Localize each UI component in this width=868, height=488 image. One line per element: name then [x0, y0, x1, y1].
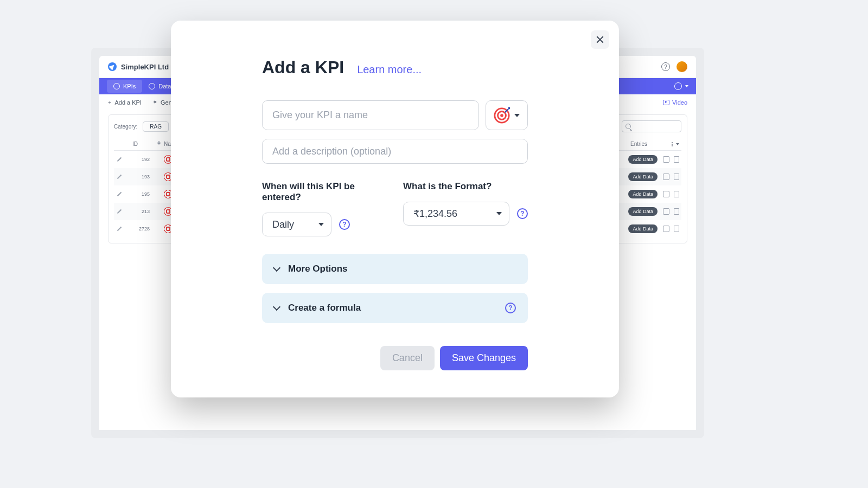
edit-icon[interactable]	[116, 191, 123, 197]
close-icon	[596, 35, 604, 44]
category-filter-value[interactable]: RAG	[143, 121, 169, 132]
nav-label-kpis: KPIs	[123, 83, 136, 89]
frequency-select[interactable]: Daily	[262, 213, 331, 236]
row-checkbox[interactable]	[663, 208, 669, 215]
formula-help-icon[interactable]: ?	[505, 303, 516, 313]
add-data-button[interactable]: Add Data	[628, 224, 658, 233]
delete-icon[interactable]	[674, 191, 679, 197]
frequency-help-icon[interactable]: ?	[339, 219, 350, 230]
more-options-icon[interactable]	[672, 142, 673, 146]
add-data-button[interactable]: Add Data	[628, 155, 658, 164]
chevron-down-icon	[514, 114, 520, 117]
row-id: 2728	[132, 226, 154, 232]
add-data-button[interactable]: Add Data	[628, 190, 658, 198]
plus-icon: +	[108, 99, 111, 106]
row-id: 213	[132, 209, 154, 214]
avatar[interactable]	[676, 61, 687, 72]
add-kpi-modal: Add a KPI Learn more... When will this K…	[171, 21, 619, 397]
save-button[interactable]: Save Changes	[440, 346, 528, 370]
description-input[interactable]	[262, 139, 528, 164]
add-kpi-button[interactable]: + Add a KPI	[108, 99, 142, 106]
close-button[interactable]	[591, 30, 609, 49]
delete-icon[interactable]	[674, 226, 679, 232]
edit-icon[interactable]	[116, 226, 123, 232]
chevron-down-icon[interactable]	[676, 143, 679, 145]
chevron-down-icon	[273, 303, 280, 311]
video-icon	[663, 100, 669, 105]
kpis-icon	[113, 83, 120, 89]
format-help-icon[interactable]: ?	[517, 208, 528, 219]
row-id: 192	[132, 157, 154, 162]
column-entries[interactable]: Entries	[630, 141, 658, 147]
create-formula-accordion[interactable]: Create a formula ?	[262, 293, 528, 323]
add-kpi-label: Add a KPI	[114, 99, 142, 106]
video-label: Video	[672, 99, 687, 106]
row-checkbox[interactable]	[663, 174, 669, 180]
settings-icon[interactable]	[674, 82, 682, 90]
nav-tab-kpis[interactable]: KPIs	[107, 80, 142, 93]
kpi-name-input[interactable]	[262, 100, 479, 130]
target-icon	[494, 107, 510, 124]
row-checkbox[interactable]	[663, 156, 669, 163]
edit-icon[interactable]	[116, 156, 123, 163]
app-logo-icon	[108, 62, 117, 71]
row-id: 193	[132, 174, 154, 179]
add-data-button[interactable]: Add Data	[628, 172, 658, 181]
app-title: SimpleKPI Ltd	[121, 63, 169, 71]
chevron-down-icon	[685, 85, 688, 87]
svg-point-2	[500, 114, 503, 117]
data-icon	[149, 83, 155, 89]
sparkle-icon: ✦	[152, 99, 157, 106]
row-id: 195	[132, 191, 154, 197]
format-select[interactable]: ₹1,234.56	[403, 202, 509, 226]
create-formula-label: Create a formula	[288, 303, 361, 313]
row-checkbox[interactable]	[663, 191, 669, 197]
chevron-down-icon	[273, 264, 280, 272]
help-icon[interactable]: ?	[661, 62, 670, 71]
modal-title: Add a KPI	[262, 57, 344, 78]
column-id[interactable]: ID	[132, 141, 154, 147]
category-filter-label: Category:	[114, 124, 137, 130]
nav-label-data: Data	[158, 83, 171, 89]
format-label: What is the Format?	[403, 181, 528, 192]
icon-picker[interactable]	[486, 100, 528, 130]
more-options-label: More Options	[288, 264, 348, 274]
search-input[interactable]	[622, 120, 681, 132]
frequency-label: When will this KPI be entered?	[262, 181, 388, 203]
add-data-button[interactable]: Add Data	[628, 207, 658, 216]
delete-icon[interactable]	[674, 174, 679, 180]
more-options-accordion[interactable]: More Options	[262, 254, 528, 284]
delete-icon[interactable]	[674, 208, 679, 215]
search-icon	[626, 124, 631, 129]
edit-icon[interactable]	[116, 174, 123, 180]
cancel-button[interactable]: Cancel	[380, 346, 435, 370]
edit-icon[interactable]	[116, 208, 123, 215]
learn-more-link[interactable]: Learn more...	[357, 63, 422, 76]
sort-icon[interactable]	[154, 141, 164, 145]
delete-icon[interactable]	[674, 156, 679, 163]
row-checkbox[interactable]	[663, 226, 669, 232]
video-link[interactable]: Video	[663, 99, 687, 106]
